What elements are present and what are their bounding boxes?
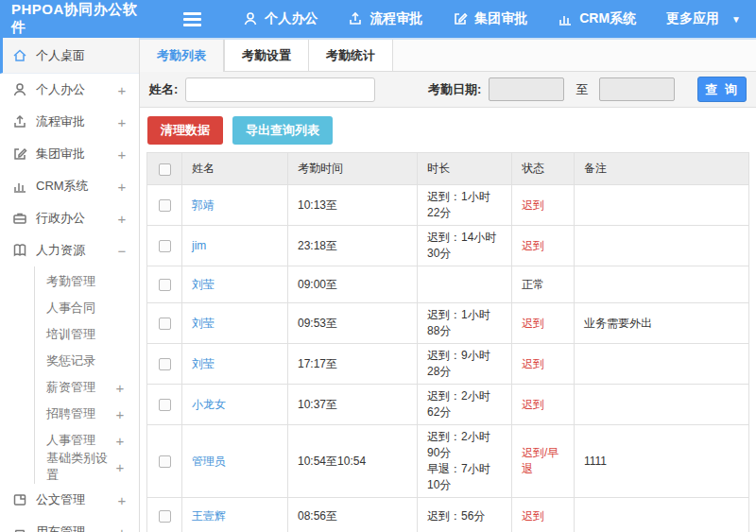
sidebar-item-personal-office[interactable]: 个人办公 + — [0, 74, 139, 106]
tab-attendance-settings[interactable]: 考勤设置 — [224, 40, 309, 71]
expand-icon[interactable]: + — [114, 459, 126, 475]
sidebar-item-documents[interactable]: 公文管理 + — [0, 484, 139, 516]
chart-icon — [558, 11, 573, 26]
expand-icon[interactable]: + — [116, 492, 128, 508]
note: 1111 — [575, 425, 749, 498]
app-title: PHPOA协同办公软件 — [0, 1, 138, 37]
expand-icon[interactable]: + — [116, 179, 128, 195]
header-note: 备注 — [575, 153, 749, 185]
employee-name-link[interactable]: 刘莹 — [192, 357, 215, 370]
sidebar-subitem-label: 招聘管理 — [46, 405, 114, 422]
date-to-input[interactable] — [599, 77, 675, 101]
nav-crm-system[interactable]: CRM系统 — [558, 10, 636, 27]
sidebar-subitem-contract[interactable]: 人事合同 — [35, 295, 139, 321]
clear-data-button[interactable]: 清理数据 — [147, 116, 223, 145]
tab-attendance-list[interactable]: 考勤列表 — [140, 40, 224, 72]
employee-name-link[interactable]: jim — [192, 239, 206, 252]
sidebar-item-desktop[interactable]: 个人桌面 — [0, 38, 139, 74]
employee-name-link[interactable]: 管理员 — [192, 455, 226, 468]
menu-icon[interactable] — [183, 9, 202, 29]
expand-icon[interactable]: + — [116, 82, 128, 98]
nav-more-apps[interactable]: 更多应用 ▼ — [666, 10, 741, 27]
sidebar-subitem-rewards[interactable]: 奖惩记录 — [35, 348, 139, 374]
chart-icon — [12, 179, 27, 194]
row-checkbox[interactable] — [159, 399, 171, 411]
export-list-button[interactable]: 导出查询列表 — [232, 116, 333, 145]
header-time: 考勤时间 — [288, 153, 418, 185]
note — [575, 385, 749, 425]
expand-icon[interactable]: + — [114, 433, 126, 449]
attendance-time: 10:13至 — [288, 185, 418, 226]
table-row: jim 23:18至 迟到：14小时30分 迟到 — [147, 226, 749, 266]
sidebar-item-admin-office[interactable]: 行政办公 + — [0, 202, 139, 234]
employee-name-link[interactable]: 刘莹 — [192, 317, 215, 330]
book-icon — [12, 243, 27, 258]
sidebar-subitem-attendance[interactable]: 考勤管理 — [35, 268, 139, 295]
sidebar-item-group-approval[interactable]: 集团审批 + — [0, 138, 139, 170]
table-row: 郭靖 10:13至 迟到：1小时22分 迟到 — [147, 185, 749, 226]
sidebar-item-label: 用车管理 — [36, 523, 116, 532]
employee-name-link[interactable]: 小龙女 — [192, 398, 226, 411]
search-panel: 姓名: 考勤日期: 至 查 询 — [140, 72, 756, 108]
edit-icon — [453, 11, 468, 26]
employee-name-link[interactable]: 王壹辉 — [192, 509, 226, 523]
row-checkbox[interactable] — [159, 199, 171, 212]
nav-group-approval[interactable]: 集团审批 — [453, 10, 527, 27]
sidebar-subitem-base-category[interactable]: 基础类别设置 + — [35, 454, 139, 480]
sidebar-item-vehicles[interactable]: 用车管理 + — [0, 516, 139, 532]
duration: 迟到：1小时22分 — [418, 185, 512, 226]
expand-icon[interactable]: + — [116, 114, 128, 130]
collapse-icon[interactable]: − — [116, 243, 128, 259]
select-all-checkbox[interactable] — [159, 163, 171, 176]
employee-name-link[interactable]: 郭靖 — [192, 198, 215, 212]
caret-down-icon: ▼ — [731, 14, 741, 25]
table-row: 管理员 10:54至10:54 迟到：2小时90分 早退：7小时10分 迟到/早… — [147, 425, 749, 498]
name-input[interactable] — [185, 77, 375, 102]
row-checkbox[interactable] — [159, 358, 171, 370]
nav-label: 流程审批 — [369, 10, 422, 27]
sidebar-subitem-recruit[interactable]: 招聘管理 + — [35, 401, 139, 427]
query-button[interactable]: 查 询 — [697, 77, 747, 102]
expand-icon[interactable]: + — [116, 524, 128, 532]
tab-attendance-stats[interactable]: 考勤统计 — [309, 40, 393, 71]
header-duration: 时长 — [418, 153, 512, 185]
expand-icon[interactable]: + — [116, 146, 128, 163]
row-checkbox[interactable] — [159, 317, 171, 330]
note — [575, 185, 749, 226]
row-checkbox[interactable] — [159, 279, 171, 291]
user-icon — [243, 11, 258, 26]
home-icon — [12, 48, 27, 63]
note — [575, 344, 749, 385]
sidebar-item-label: 个人办公 — [36, 81, 116, 98]
sidebar-item-hr[interactable]: 人力资源 − — [0, 234, 139, 266]
sidebar-item-flow-approval[interactable]: 流程审批 + — [0, 106, 139, 138]
table-header-row: 姓名 考勤时间 时长 状态 备注 — [147, 153, 749, 185]
sidebar-subitem-label: 考勤管理 — [46, 273, 126, 290]
date-from-input[interactable] — [489, 77, 564, 101]
employee-name-link[interactable]: 刘莹 — [192, 278, 215, 291]
attendance-time: 09:00至 — [288, 266, 418, 303]
nav-label: CRM系统 — [579, 10, 636, 27]
nav-personal-office[interactable]: 个人办公 — [243, 10, 318, 27]
hr-submenu: 考勤管理 人事合同 培训管理 奖惩记录 薪资管理 + 招聘管理 + 人事管理 + — [34, 266, 139, 484]
header-name: 姓名 — [182, 153, 288, 185]
row-checkbox[interactable] — [159, 510, 171, 523]
user-icon — [12, 82, 27, 97]
status-badge: 迟到 — [512, 303, 575, 344]
status-badge: 迟到 — [512, 498, 575, 532]
edit-icon — [12, 146, 27, 162]
row-checkbox[interactable] — [159, 240, 171, 252]
nav-flow-approval[interactable]: 流程审批 — [348, 10, 422, 27]
expand-icon[interactable]: + — [116, 211, 128, 227]
header-status: 状态 — [512, 153, 575, 185]
duration: 迟到：56分 — [418, 498, 512, 532]
flow-icon — [348, 11, 363, 26]
sidebar-subitem-training[interactable]: 培训管理 — [35, 321, 139, 348]
row-checkbox[interactable] — [159, 455, 171, 468]
duration: 迟到：9小时28分 — [418, 344, 512, 385]
expand-icon[interactable]: + — [114, 380, 126, 396]
sidebar-subitem-salary[interactable]: 薪资管理 + — [35, 374, 139, 401]
duration: 迟到：2小时90分 早退：7小时10分 — [418, 425, 512, 498]
expand-icon[interactable]: + — [114, 406, 126, 422]
sidebar-item-crm[interactable]: CRM系统 + — [0, 170, 139, 202]
